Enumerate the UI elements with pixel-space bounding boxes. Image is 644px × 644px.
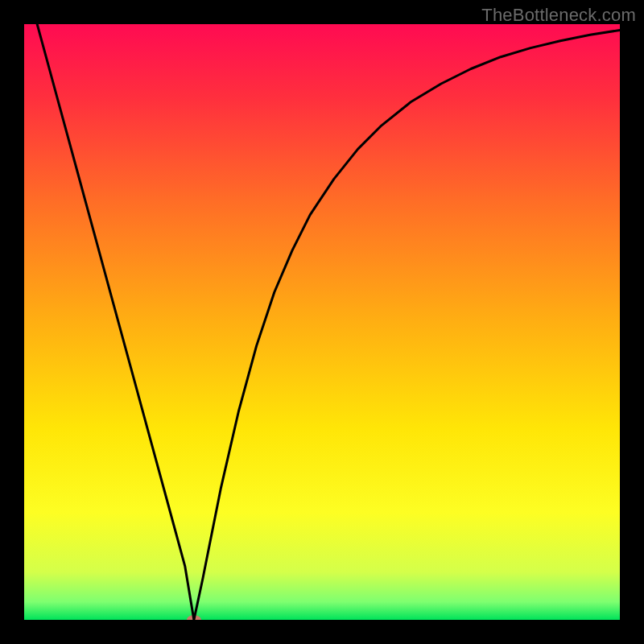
chart-svg — [24, 24, 620, 620]
chart-background — [24, 24, 620, 620]
bottleneck-chart — [24, 24, 620, 620]
watermark-label: TheBottleneck.com — [481, 5, 636, 26]
